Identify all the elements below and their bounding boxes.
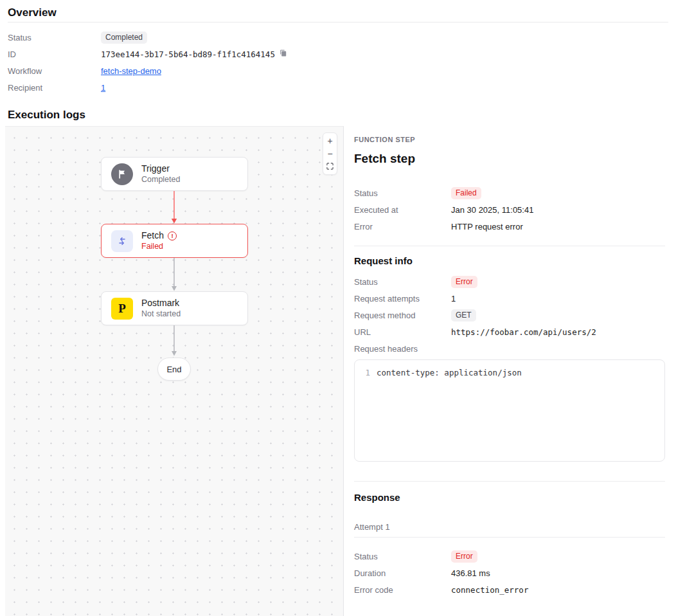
error-code-label: Error code bbox=[354, 585, 451, 595]
node-subtitle: Not started bbox=[141, 309, 181, 319]
request-method-label: Request method bbox=[354, 311, 451, 320]
request-method-row: Request method GET bbox=[354, 307, 665, 323]
request-headers-code: 1 content-type: application/json bbox=[354, 359, 665, 462]
node-subtitle: Completed bbox=[141, 175, 180, 185]
recipient-label: Recipient bbox=[8, 83, 101, 93]
workflow-canvas[interactable]: Trigger Completed Fetch ! Failed P bbox=[5, 126, 344, 616]
status-label: Status bbox=[8, 33, 101, 42]
overview-divider bbox=[8, 22, 668, 23]
edge-postmark-end bbox=[170, 325, 179, 356]
step-details-panel: FUNCTION STEP Fetch step Status Failed E… bbox=[354, 126, 665, 598]
id-value: 173ee144-3b17-5b64-bd89-f1f1c4164145 bbox=[101, 50, 275, 59]
duration-label: Duration bbox=[354, 568, 451, 578]
response-rows: Status Error Duration 436.81 ms Error co… bbox=[354, 548, 665, 598]
error-label: Error bbox=[354, 222, 451, 231]
section-divider bbox=[354, 246, 665, 246]
url-value: https://foobar.com/api/users/2 bbox=[451, 327, 596, 337]
recipient-link[interactable]: 1 bbox=[101, 83, 105, 93]
node-fetch[interactable]: Fetch ! Failed bbox=[101, 224, 248, 258]
status-badge: Error bbox=[451, 550, 477, 563]
executed-at-row: Executed at Jan 30 2025, 11:05:41 bbox=[354, 201, 665, 218]
id-label: ID bbox=[8, 50, 101, 59]
attempt-divider bbox=[354, 537, 665, 538]
flag-icon bbox=[111, 163, 133, 185]
zoom-in-button[interactable]: + bbox=[323, 134, 337, 147]
status-row: Status Completed bbox=[8, 29, 668, 46]
node-trigger[interactable]: Trigger Completed bbox=[101, 157, 248, 191]
duration-value: 436.81 ms bbox=[451, 568, 490, 578]
code-line-number: 1 bbox=[355, 367, 377, 379]
error-code-row: Error code connection_error bbox=[354, 581, 665, 598]
url-label: URL bbox=[354, 327, 451, 337]
status-badge: Failed bbox=[451, 187, 481, 199]
request-headers-label: Request headers bbox=[354, 344, 451, 354]
request-headers-row: Request headers bbox=[354, 340, 665, 357]
executed-at-label: Executed at bbox=[354, 205, 451, 215]
response-title: Response bbox=[354, 491, 665, 503]
node-title: Trigger bbox=[141, 163, 180, 174]
status-label: Status bbox=[354, 277, 451, 287]
zoom-controls: + − bbox=[323, 132, 337, 175]
error-value: HTTP request error bbox=[451, 222, 523, 231]
recipient-row: Recipient 1 bbox=[8, 79, 668, 96]
status-row: Status Error bbox=[354, 273, 665, 290]
url-row: URL https://foobar.com/api/users/2 bbox=[354, 323, 665, 340]
status-row: Status Failed bbox=[354, 185, 665, 201]
node-subtitle: Failed bbox=[141, 242, 177, 251]
postmark-logo-icon: P bbox=[111, 298, 133, 320]
workflow-link[interactable]: fetch-step-demo bbox=[101, 66, 161, 76]
overview-title: Overview bbox=[8, 6, 668, 19]
copy-button[interactable] bbox=[279, 49, 287, 59]
id-row: ID 173ee144-3b17-5b64-bd89-f1f1c4164145 bbox=[8, 46, 668, 62]
step-kicker: FUNCTION STEP bbox=[354, 136, 665, 143]
status-label: Status bbox=[354, 188, 451, 198]
warning-icon: ! bbox=[168, 231, 177, 240]
method-badge: GET bbox=[451, 309, 476, 322]
workflow-row: Workflow fetch-step-demo bbox=[8, 62, 668, 79]
fit-view-button[interactable] bbox=[323, 160, 337, 173]
node-title: Postmark bbox=[141, 298, 181, 309]
fit-view-icon bbox=[326, 161, 334, 172]
step-summary-rows: Status Failed Executed at Jan 30 2025, 1… bbox=[354, 185, 665, 235]
attempt-label: Attempt 1 bbox=[354, 522, 665, 532]
workflow-label: Workflow bbox=[8, 66, 101, 76]
request-info-rows: Status Error Request attempts 1 Request … bbox=[354, 273, 665, 357]
copy-icon bbox=[279, 49, 287, 59]
status-row: Status Error bbox=[354, 548, 665, 565]
execution-logs-title: Execution logs bbox=[8, 108, 676, 122]
code-line-content: content-type: application/json bbox=[377, 367, 522, 379]
request-attempts-row: Request attempts 1 bbox=[354, 290, 665, 307]
end-node[interactable]: End bbox=[157, 358, 191, 381]
overview-section: Overview Status Completed ID 173ee144-3b… bbox=[0, 0, 676, 96]
status-label: Status bbox=[354, 552, 451, 561]
status-badge: Completed bbox=[101, 32, 147, 44]
section-divider bbox=[354, 481, 665, 482]
request-attempts-value: 1 bbox=[451, 294, 456, 303]
end-label: End bbox=[166, 365, 181, 374]
duration-row: Duration 436.81 ms bbox=[354, 565, 665, 581]
executed-at-value: Jan 30 2025, 11:05:41 bbox=[451, 205, 533, 215]
request-attempts-label: Request attempts bbox=[354, 294, 451, 303]
node-postmark[interactable]: P Postmark Not started bbox=[101, 291, 248, 325]
request-info-title: Request info bbox=[354, 255, 665, 267]
error-code-value: connection_error bbox=[451, 585, 528, 595]
node-title: Fetch bbox=[141, 230, 164, 241]
zoom-out-button[interactable]: − bbox=[323, 147, 337, 160]
edge-trigger-fetch bbox=[170, 191, 179, 224]
status-badge: Error bbox=[451, 276, 477, 288]
overview-rows: Status Completed ID 173ee144-3b17-5b64-b… bbox=[8, 29, 668, 96]
step-title: Fetch step bbox=[354, 151, 665, 167]
code-line: 1 content-type: application/json bbox=[355, 367, 664, 379]
edge-fetch-postmark bbox=[170, 258, 179, 291]
error-row: Error HTTP request error bbox=[354, 218, 665, 235]
swap-arrows-icon bbox=[111, 230, 133, 252]
